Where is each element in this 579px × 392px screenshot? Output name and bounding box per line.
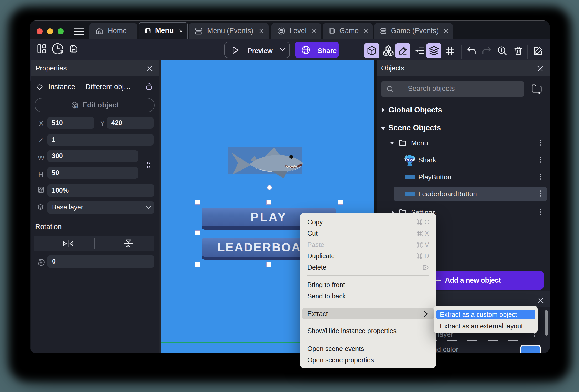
svg-text:2D: 2D xyxy=(75,106,78,109)
